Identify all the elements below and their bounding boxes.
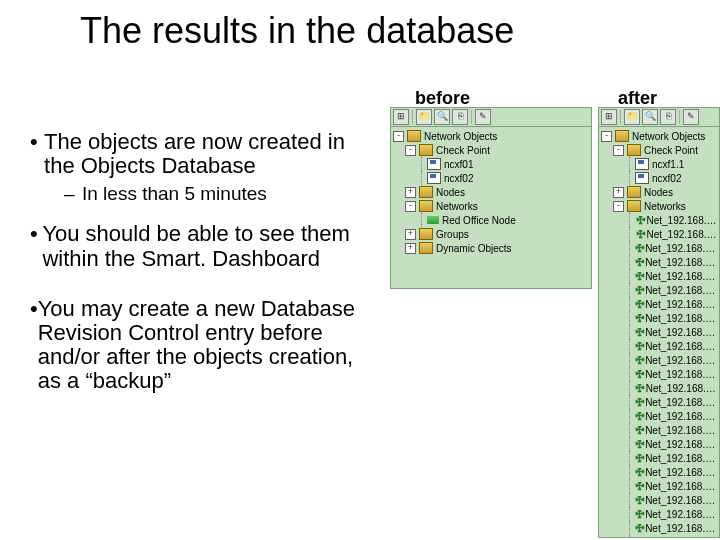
tree-row[interactable]: ⧾Net_192.168.102.0 bbox=[601, 269, 717, 283]
toolbar-folder-button[interactable]: 📁 bbox=[416, 109, 432, 125]
tree-row[interactable]: ncxf02 bbox=[601, 171, 717, 185]
tree-label: ncxf01 bbox=[444, 159, 473, 170]
toolbar-tree-button[interactable]: ⊞ bbox=[393, 109, 409, 125]
tree-row[interactable]: -Network Objects bbox=[393, 129, 589, 143]
tree-row[interactable]: ⧾Net_192.168.103.0 bbox=[601, 283, 717, 297]
tree-row[interactable]: -Check Point bbox=[601, 143, 717, 157]
tree-row[interactable]: -Networks bbox=[601, 199, 717, 213]
network-node-icon: ⧾ bbox=[635, 285, 645, 295]
tree-row[interactable]: ncxf01 bbox=[393, 157, 589, 171]
toolbar-folder-button[interactable]: 📁 bbox=[624, 109, 640, 125]
toolbar-search-button[interactable]: 🔍 bbox=[434, 109, 450, 125]
tree-row[interactable]: ⧾Net_192.168.114.0 bbox=[601, 451, 717, 465]
tree-row[interactable]: -Network Objects bbox=[601, 129, 717, 143]
network-node-icon: ⧾ bbox=[635, 257, 645, 267]
tree-row[interactable]: ⧾Net_192.168.112.0 bbox=[601, 423, 717, 437]
caption-after: after bbox=[618, 88, 657, 109]
tree-after: -Network Objects-Check Pointncxf1.1ncxf0… bbox=[599, 127, 719, 538]
collapse-icon[interactable]: - bbox=[405, 145, 416, 156]
tree-row[interactable]: +Nodes bbox=[601, 185, 717, 199]
tree-row[interactable]: ⧾Net_192.168.117.0 bbox=[601, 493, 717, 507]
expand-icon[interactable]: + bbox=[405, 229, 416, 240]
tree-label: Networks bbox=[436, 201, 478, 212]
tree-row[interactable]: ⧾Net_192.168.116.0 bbox=[601, 479, 717, 493]
tree-row[interactable]: ⧾Net_192.168.12.0 bbox=[601, 535, 717, 538]
tree-row[interactable]: ⧾Net_192.168.110.0 bbox=[601, 395, 717, 409]
tree-label: Net_192.168.100.0 bbox=[645, 243, 717, 254]
collapse-icon[interactable]: - bbox=[405, 201, 416, 212]
toolbar-edit-button[interactable]: ✎ bbox=[475, 109, 491, 125]
expand-icon[interactable]: + bbox=[405, 187, 416, 198]
tree-row[interactable]: ⧾Net_192.168.1.0 bbox=[601, 227, 717, 241]
toolbar-copy-button[interactable]: ⎘ bbox=[452, 109, 468, 125]
tree-row[interactable]: ⧾Net_192.168.115.0 bbox=[601, 465, 717, 479]
tree-row[interactable]: ⧾Net_192.168.106.0 bbox=[601, 325, 717, 339]
tree-row[interactable]: ⧾Net_192.168.108.0 bbox=[601, 353, 717, 367]
tree-connector bbox=[625, 213, 635, 227]
tree-row[interactable]: -Check Point bbox=[393, 143, 589, 157]
tree-row[interactable]: ⧾Net_192.168.111.0 bbox=[601, 409, 717, 423]
tree-label: Red Office Node bbox=[442, 215, 516, 226]
tree-label: Net_192.168.103.0 bbox=[645, 285, 717, 296]
toolbar-separator bbox=[471, 110, 472, 124]
network-node-icon: ⧾ bbox=[635, 495, 645, 505]
expand-icon[interactable]: + bbox=[405, 243, 416, 254]
tree-row[interactable]: +Nodes bbox=[393, 185, 589, 199]
tree-row[interactable]: ⧾Net_192.168.1.0 bbox=[601, 213, 717, 227]
tree-label: Net_192.168.107.0 bbox=[645, 341, 717, 352]
tree-row[interactable]: ncxf1.1 bbox=[601, 157, 717, 171]
expand-icon[interactable]: + bbox=[613, 187, 624, 198]
toolbar-copy-button[interactable]: ⎘ bbox=[660, 109, 676, 125]
network-node-icon: ⧾ bbox=[635, 369, 645, 379]
tree-label: Net_192.168.112.0 bbox=[645, 425, 717, 436]
collapse-icon[interactable]: - bbox=[613, 145, 624, 156]
tree-row[interactable]: -Networks bbox=[393, 199, 589, 213]
toolbar-tree-button[interactable]: ⊞ bbox=[601, 109, 617, 125]
tree-row[interactable]: ⧾Net_192.168.100.0 bbox=[601, 241, 717, 255]
collapse-icon[interactable]: - bbox=[393, 131, 404, 142]
toolbar-search-button[interactable]: 🔍 bbox=[642, 109, 658, 125]
network-node-icon: ⧾ bbox=[635, 411, 645, 421]
tree-panel-before: ⊞📁🔍⎘✎ -Network Objects-Check Pointncxf01… bbox=[390, 107, 592, 289]
tree-connector bbox=[625, 241, 635, 255]
network-node-icon: ⧾ bbox=[635, 229, 646, 239]
bullet-3-text: You may create a new Database Revision C… bbox=[38, 297, 375, 394]
tree-row[interactable]: ⧾Net_192.168.113.0 bbox=[601, 437, 717, 451]
bullet-2: •You should be able to see them within t… bbox=[30, 222, 375, 270]
tree-label: Net_192.168.108.0 bbox=[645, 355, 717, 366]
tree-connector bbox=[625, 507, 635, 521]
tree-label: Net_192.168.12.0 bbox=[646, 537, 717, 539]
tree-row[interactable]: ⧾Net_192.168.105.0 bbox=[601, 311, 717, 325]
toolbar-before: ⊞📁🔍⎘✎ bbox=[391, 108, 591, 127]
tree-label: Net_192.168.115.0 bbox=[645, 467, 717, 478]
tree-label: ncxf1.1 bbox=[652, 159, 684, 170]
tree-row[interactable]: +Groups bbox=[393, 227, 589, 241]
collapse-icon[interactable]: - bbox=[613, 201, 624, 212]
network-node-icon: ⧾ bbox=[635, 243, 645, 253]
folder-icon bbox=[419, 144, 433, 156]
tree-label: Net_192.168.117.0 bbox=[645, 495, 717, 506]
tree-row[interactable]: ⧾Net_192.168.109.0 bbox=[601, 367, 717, 381]
tree-row[interactable]: ⧾Net_192.168.107.0 bbox=[601, 339, 717, 353]
tree-row[interactable]: ⧾Net_192.168.11.0 bbox=[601, 381, 717, 395]
tree-connector bbox=[625, 395, 635, 409]
tree-row[interactable]: ⧾Net_192.168.118.0 bbox=[601, 507, 717, 521]
tree-row[interactable]: ncxf02 bbox=[393, 171, 589, 185]
network-node-icon: ⧾ bbox=[635, 453, 645, 463]
tree-row[interactable]: ⧾Net_192.168.104.0 bbox=[601, 297, 717, 311]
collapse-icon[interactable]: - bbox=[601, 131, 612, 142]
folder-icon bbox=[627, 200, 641, 212]
tree-row[interactable]: +Dynamic Objects bbox=[393, 241, 589, 255]
tree-row[interactable]: ⧾Net_192.168.119.0 bbox=[601, 521, 717, 535]
tree-connector bbox=[625, 451, 635, 465]
tree-panel-after: ⊞📁🔍⎘✎ -Network Objects-Check Pointncxf1.… bbox=[598, 107, 720, 538]
toolbar-separator bbox=[620, 110, 621, 124]
folder-icon bbox=[419, 200, 433, 212]
network-node-icon: ⧾ bbox=[635, 397, 645, 407]
tree-connector bbox=[625, 269, 635, 283]
toolbar-edit-button[interactable]: ✎ bbox=[683, 109, 699, 125]
tree-row[interactable]: Red Office Node bbox=[393, 213, 589, 227]
tree-row[interactable]: ⧾Net_192.168.101.0 bbox=[601, 255, 717, 269]
network-node-icon: ⧾ bbox=[635, 523, 645, 533]
tree-connector bbox=[625, 157, 635, 171]
